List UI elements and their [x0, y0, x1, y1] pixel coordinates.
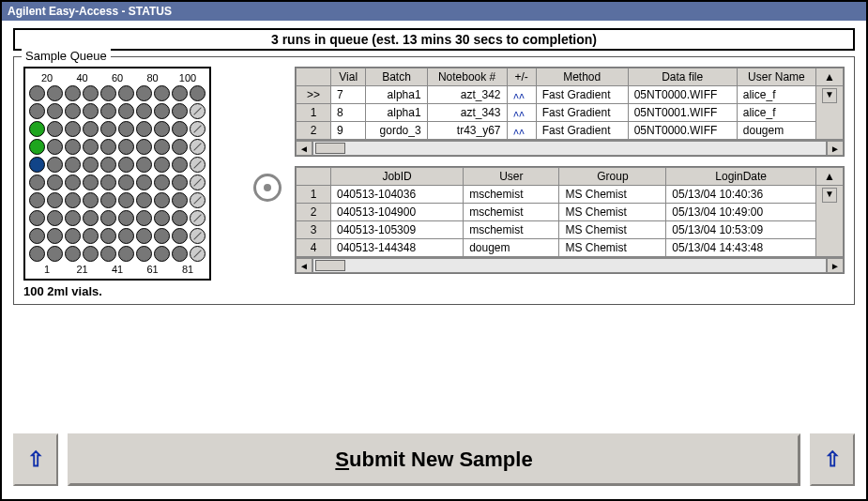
vial-slot[interactable] [100, 157, 116, 173]
table-row[interactable]: 29gordo_3tr43_y67ᴧᴧFast Gradient05NT0000… [297, 122, 844, 140]
column-header[interactable]: Data file [628, 68, 737, 86]
vial-slot[interactable] [136, 139, 152, 155]
vial-slot[interactable] [172, 192, 188, 208]
prev-button[interactable]: ⇧ [13, 433, 58, 486]
vial-slot[interactable] [118, 121, 134, 137]
vial-slot[interactable] [136, 157, 152, 173]
scroll-down-icon[interactable]: ▼ [822, 188, 837, 203]
vial-slot[interactable] [172, 157, 188, 173]
scroll-down-icon[interactable]: ▼ [822, 88, 837, 103]
vial-slot[interactable] [29, 210, 45, 226]
vial-slot[interactable] [29, 192, 45, 208]
column-header[interactable]: Notebook # [427, 68, 507, 86]
vial-slot[interactable] [172, 103, 188, 119]
vial-slot[interactable] [65, 175, 81, 190]
vial-slot[interactable] [118, 192, 134, 208]
submit-new-sample-button[interactable]: Submit New Sample [68, 433, 800, 486]
vial-slot[interactable] [154, 246, 170, 262]
table-row[interactable]: 4040513-144348dougemMS Chemist05/13/04 1… [297, 239, 844, 257]
vial-slot[interactable] [100, 175, 116, 190]
scroll-up-icon[interactable]: ▲ [816, 68, 844, 86]
vial-slot[interactable] [190, 85, 206, 101]
vial-slot[interactable] [172, 85, 188, 101]
vial-slot[interactable] [65, 139, 81, 155]
vial-slot[interactable] [154, 103, 170, 119]
column-header[interactable]: JobID [331, 168, 464, 186]
table-row[interactable]: 2040513-104900mschemistMS Chemist05/13/0… [297, 204, 844, 221]
vial-slot[interactable] [29, 139, 45, 155]
table-row[interactable]: 3040513-105309mschemistMS Chemist05/13/0… [297, 221, 844, 239]
column-header[interactable]: User [464, 168, 559, 186]
scroll-left-icon[interactable]: ◄ [296, 258, 312, 273]
vial-slot[interactable] [100, 121, 116, 137]
vial-slot[interactable] [83, 228, 99, 244]
column-header[interactable]: Method [536, 68, 628, 86]
vial-slot[interactable] [47, 228, 63, 244]
vial-slot[interactable] [136, 192, 152, 208]
vial-slot[interactable] [118, 228, 134, 244]
runs-grid[interactable]: VialBatchNotebook #+/-MethodData fileUse… [295, 67, 845, 157]
vial-slot[interactable] [65, 192, 81, 208]
vial-slot[interactable] [83, 157, 99, 173]
scroll-left-icon[interactable]: ◄ [296, 141, 312, 156]
vial-slot[interactable] [118, 103, 134, 119]
vial-slot[interactable] [154, 157, 170, 173]
vial-slot[interactable] [172, 228, 188, 244]
vial-tray[interactable]: 20 40 60 80 100 1 21 41 61 81 [23, 67, 211, 281]
vial-slot[interactable] [83, 85, 99, 101]
vial-slot[interactable] [190, 228, 206, 244]
vial-slot[interactable] [83, 246, 99, 262]
vial-slot[interactable] [136, 103, 152, 119]
vial-slot[interactable] [154, 175, 170, 190]
vial-slot[interactable] [100, 139, 116, 155]
vial-slot[interactable] [190, 103, 206, 119]
vial-slot[interactable] [136, 85, 152, 101]
vial-slot[interactable] [118, 85, 134, 101]
scroll-up-icon[interactable]: ▲ [816, 168, 844, 186]
vial-slot[interactable] [118, 175, 134, 190]
vial-slot[interactable] [47, 139, 63, 155]
vial-slot[interactable] [136, 210, 152, 226]
vial-slot[interactable] [154, 192, 170, 208]
vial-slot[interactable] [47, 175, 63, 190]
vial-slot[interactable] [118, 157, 134, 173]
vial-slot[interactable] [100, 192, 116, 208]
vial-slot[interactable] [136, 175, 152, 190]
vial-slot[interactable] [118, 246, 134, 262]
vial-slot[interactable] [65, 121, 81, 137]
next-button[interactable]: ⇧ [810, 433, 855, 486]
column-header[interactable]: User Name [737, 68, 815, 86]
vial-slot[interactable] [172, 175, 188, 190]
vial-slot[interactable] [100, 103, 116, 119]
vial-slot[interactable] [190, 121, 206, 137]
vial-slot[interactable] [65, 246, 81, 262]
vial-slot[interactable] [47, 85, 63, 101]
vial-slot[interactable] [29, 246, 45, 262]
vial-slot[interactable] [83, 121, 99, 137]
table-row[interactable]: >>7alpha1azt_342ᴧᴧFast Gradient05NT0000.… [297, 86, 844, 104]
column-header[interactable]: Batch [366, 68, 427, 86]
vial-slot[interactable] [47, 192, 63, 208]
column-header[interactable]: LoginDate [666, 168, 816, 186]
vial-slot[interactable] [190, 157, 206, 173]
vial-slot[interactable] [29, 85, 45, 101]
vial-slot[interactable] [29, 121, 45, 137]
vial-slot[interactable] [29, 175, 45, 190]
column-header[interactable]: Vial [331, 68, 366, 86]
vial-slot[interactable] [47, 103, 63, 119]
jobs-hscroll[interactable]: ◄ ► [296, 257, 844, 273]
vial-slot[interactable] [136, 121, 152, 137]
vial-slot[interactable] [29, 103, 45, 119]
vial-slot[interactable] [83, 175, 99, 190]
vial-slot[interactable] [190, 246, 206, 262]
column-header[interactable] [297, 68, 331, 86]
vial-slot[interactable] [154, 210, 170, 226]
vial-slot[interactable] [65, 157, 81, 173]
vial-slot[interactable] [190, 175, 206, 190]
vial-slot[interactable] [65, 228, 81, 244]
vial-slot[interactable] [65, 85, 81, 101]
vial-slot[interactable] [83, 103, 99, 119]
scroll-right-icon[interactable]: ► [827, 258, 844, 273]
vial-slot[interactable] [190, 210, 206, 226]
vial-slot[interactable] [154, 139, 170, 155]
